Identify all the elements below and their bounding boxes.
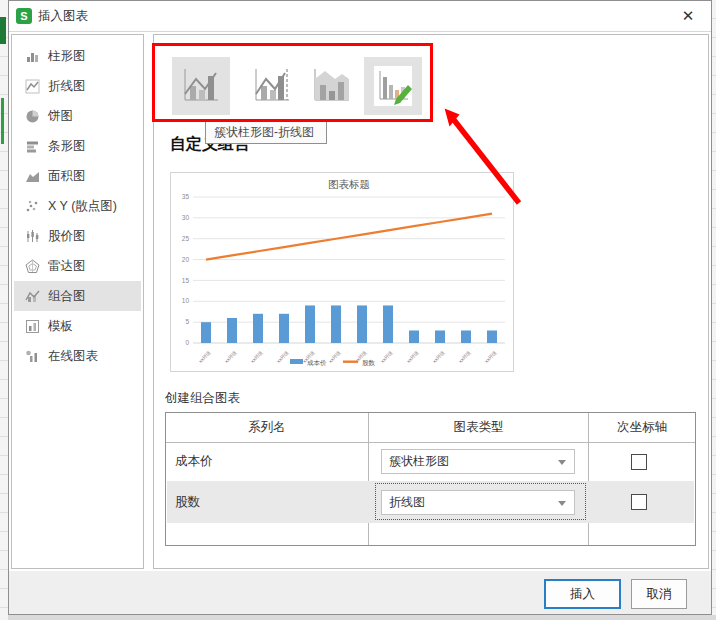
chevron-down-icon xyxy=(558,501,566,506)
sidebar-item-column-chart[interactable]: 柱形图 xyxy=(14,41,141,71)
svg-text:5: 5 xyxy=(185,318,189,325)
scatter-chart-icon xyxy=(25,199,40,214)
svg-text:xx环境: xx环境 xyxy=(327,349,342,364)
sidebar-item-online-chart[interactable]: 在线图表 xyxy=(14,341,141,371)
svg-text:xx环境: xx环境 xyxy=(249,349,264,364)
svg-text:xx环境: xx环境 xyxy=(405,349,420,364)
radar-chart-icon xyxy=(25,259,40,274)
combo-chart-preview: 05101520253035xx环境xx环境xx环境xx环境xx环境xx环境xx… xyxy=(170,172,514,372)
header-secondary-axis: 次坐标轴 xyxy=(589,413,695,442)
titlebar-separator xyxy=(9,31,711,32)
sidebar-item-line-chart[interactable]: 折线图 xyxy=(14,71,141,101)
wps-spreadsheet-logo-icon: S xyxy=(16,8,32,24)
subtype-clustered-column-line[interactable] xyxy=(172,57,230,115)
close-icon[interactable]: ✕ xyxy=(677,5,699,27)
secondary-axis-checkbox[interactable] xyxy=(631,454,647,470)
chart-type-sidebar: 柱形图 折线图 饼图 条形图 面积图 X Y (散点图) 股价图 雷达图 组合图… xyxy=(11,34,144,569)
svg-text:xx环境: xx环境 xyxy=(431,349,446,364)
line-chart-icon xyxy=(25,79,40,94)
sidebar-item-pie-chart[interactable]: 饼图 xyxy=(14,101,141,131)
sidebar-item-area-chart[interactable]: 面积图 xyxy=(14,161,141,191)
svg-text:15: 15 xyxy=(182,277,190,284)
sidebar-item-scatter-chart[interactable]: X Y (散点图) xyxy=(14,191,141,221)
svg-text:xx环境: xx环境 xyxy=(483,349,498,364)
bar-chart-icon xyxy=(25,139,40,154)
dialog-titlebar: S 插入图表 ✕ xyxy=(9,1,711,31)
background-spreadsheet-right xyxy=(712,0,716,620)
subtype-stacked-area-clustered-column[interactable] xyxy=(306,57,358,115)
table-row: 股数 折线图 xyxy=(167,481,694,523)
cancel-button[interactable]: 取消 xyxy=(631,579,687,609)
online-chart-icon xyxy=(25,349,40,364)
svg-text:30: 30 xyxy=(182,214,190,221)
template-icon xyxy=(25,319,40,334)
svg-text:xx环境: xx环境 xyxy=(379,349,394,364)
subtype-clustered-column-line-secondary-axis[interactable] xyxy=(243,57,301,115)
preview-chart-svg: 05101520253035xx环境xx环境xx环境xx环境xx环境xx环境xx… xyxy=(171,173,513,371)
svg-text:xx环境: xx环境 xyxy=(457,349,472,364)
series-name-cell: 成本价 xyxy=(175,442,213,481)
sidebar-item-template[interactable]: 模板 xyxy=(14,311,141,341)
chevron-down-icon xyxy=(558,460,566,465)
svg-text:10: 10 xyxy=(182,297,190,304)
header-chart-type: 图表类型 xyxy=(369,413,588,442)
background-green-gridline xyxy=(1,98,4,144)
chart-type-dropdown[interactable]: 簇状柱形图 xyxy=(381,449,575,474)
clustered-column-line-icon xyxy=(181,67,221,105)
column-chart-icon xyxy=(25,49,40,64)
chart-type-dropdown[interactable]: 折线图 xyxy=(381,490,575,515)
svg-text:35: 35 xyxy=(182,193,190,200)
series-name-cell: 股数 xyxy=(175,481,200,523)
stacked-area-clustered-column-icon xyxy=(312,67,352,105)
custom-combination-icon xyxy=(370,63,416,109)
sidebar-item-radar-chart[interactable]: 雷达图 xyxy=(14,251,141,281)
pie-chart-icon xyxy=(25,109,40,124)
subtype-tooltip: 簇状柱形图-折线图 xyxy=(205,120,327,144)
header-series-name: 系列名 xyxy=(166,413,368,442)
svg-text:0: 0 xyxy=(185,339,189,346)
svg-text:xx环境: xx环境 xyxy=(197,349,212,364)
insert-chart-dialog: S 插入图表 ✕ 柱形图 折线图 饼图 条形图 面积图 X Y (散点图) 股价… xyxy=(8,0,712,615)
sidebar-item-bar-chart[interactable]: 条形图 xyxy=(14,131,141,161)
create-combo-heading: 创建组合图表 xyxy=(165,390,240,407)
svg-text:股数: 股数 xyxy=(362,359,376,366)
dialog-footer: 插入 取消 xyxy=(9,571,711,614)
sidebar-item-combo-chart[interactable]: 组合图 xyxy=(14,281,141,311)
stock-chart-icon xyxy=(25,229,40,244)
combo-chart-panel: 簇状柱形图-折线图 自定义组合 05101520253035xx环境xx环境xx… xyxy=(153,34,709,569)
area-chart-icon xyxy=(25,169,40,184)
insert-button[interactable]: 插入 xyxy=(544,579,621,609)
combo-chart-icon xyxy=(25,289,40,304)
svg-text:成本价: 成本价 xyxy=(307,359,327,366)
table-row: 成本价 簇状柱形图 xyxy=(167,442,694,481)
subtype-custom-combination[interactable] xyxy=(364,57,422,115)
background-green-cell xyxy=(0,17,6,44)
background-spreadsheet-bottom xyxy=(8,615,716,620)
series-table: 系列名 图表类型 次坐标轴 成本价 簇状柱形图 股数 折线图 xyxy=(165,412,696,546)
svg-text:图表标题: 图表标题 xyxy=(328,178,370,190)
svg-text:xx环境: xx环境 xyxy=(223,349,238,364)
clustered-column-line-secondary-axis-icon xyxy=(252,67,292,105)
svg-text:25: 25 xyxy=(182,235,190,242)
secondary-axis-checkbox[interactable] xyxy=(631,494,647,510)
dialog-title: 插入图表 xyxy=(38,1,88,31)
svg-text:xx环境: xx环境 xyxy=(275,349,290,364)
svg-text:20: 20 xyxy=(182,256,190,263)
sidebar-item-stock-chart[interactable]: 股价图 xyxy=(14,221,141,251)
